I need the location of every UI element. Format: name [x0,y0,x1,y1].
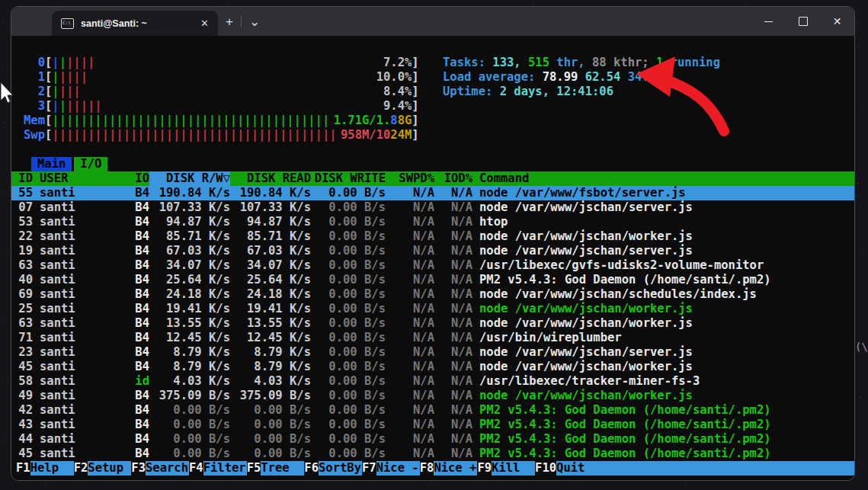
fkey-kill[interactable]: Kill [492,461,535,476]
process-row[interactable]: 22santiB485.71 K/s85.71 K/s0.00 B/sN/AN/… [11,229,854,244]
cell-swpd: N/A [386,316,434,331]
fkey-tree-key[interactable]: F5 [247,461,261,476]
column-header-write[interactable]: DISK WRITE [311,171,386,186]
cell-disk-read: 375.09 B/s [230,389,311,403]
fkey-filter[interactable]: Filter [203,461,247,476]
process-row[interactable]: 58santiid4.03 K/s4.03 K/s0.00 B/sN/AN/A/… [11,374,854,389]
fkey-nice-key[interactable]: F8 [420,461,434,476]
tab-close-icon[interactable]: ✕ [199,17,210,30]
cell-disk-read: 8.79 K/s [230,345,311,360]
meter-body: ||||||||||||||||||||||||||||||||||||||||… [52,128,412,143]
red-bars: |||||||||||||||||||||||||||||||||||||||| [52,128,336,142]
meter-close-bracket: ] [412,56,418,70]
process-row[interactable]: 19santiB467.03 K/s67.03 K/s0.00 B/sN/AN/… [11,244,854,258]
cell-user: santi [33,447,119,461]
meter-body: |||||||||||||||||||||||||||||||||||||||1… [52,114,412,128]
cell-disk-write: 0.00 B/s [311,360,386,374]
fkey-setup-key[interactable]: F2 [74,461,88,476]
cell-disk-rw: 0.00 B/s [149,432,230,447]
meter-close-bracket: ] [412,70,418,85]
fkey-sortby-key[interactable]: F6 [304,461,319,476]
tab-dropdown-button[interactable]: ⌄ [242,15,267,28]
cell-command: node /var/www/fsbot/server.js [472,186,854,200]
cell-disk-read: 25.64 K/s [230,273,311,287]
cell-user: santi [33,302,119,316]
cell-iod: N/A [434,258,472,273]
cell-iod: N/A [434,215,472,229]
process-row[interactable]: 45santiB40.00 B/s0.00 B/s0.00 B/sN/AN/AP… [11,447,854,461]
maximize-button[interactable] [786,7,820,36]
cell-id: 22 [16,229,33,244]
meter-mem: Mem[||||||||||||||||||||||||||||||||||||… [16,114,854,128]
minimize-button[interactable] [751,7,786,36]
new-tab-button[interactable]: + [218,15,241,28]
process-row[interactable]: 63santiB434.07 K/s34.07 K/s0.00 B/sN/AN/… [11,258,854,273]
fkey-nice[interactable]: Nice + [434,461,477,476]
fkey-nice[interactable]: Nice - [376,461,420,476]
cell-iod: N/A [434,229,472,244]
cell-disk-rw: 94.87 K/s [149,215,230,229]
cell-iod: N/A [434,432,472,447]
cell-user: santi [33,331,119,345]
cell-disk-write: 0.00 B/s [311,287,386,302]
terminal-tab[interactable]: santi@Santi: ~ ✕ [52,11,218,36]
cell-disk-read: 85.71 K/s [230,229,311,244]
process-row[interactable]: 45santiB48.79 K/s8.79 K/s0.00 B/sN/AN/An… [11,360,854,374]
cell-command: htop [472,215,854,229]
process-row[interactable]: 42santiB40.00 B/s0.00 B/s0.00 B/sN/AN/AP… [11,403,854,418]
process-row[interactable]: 25santiB419.41 K/s19.41 K/s0.00 B/sN/AN/… [11,302,854,316]
process-row[interactable]: 49santiB4375.09 B/s375.09 B/s0.00 B/sN/A… [11,389,854,403]
process-row[interactable]: 55santiB4190.84 K/s190.84 K/s0.00 B/sN/A… [11,186,854,200]
cell-disk-rw: 85.71 K/s [149,229,230,244]
blank-line [11,41,854,56]
meter-label: Mem [16,114,45,128]
cell-command: /usr/libexec/gvfs-udisks2-volume-monitor [472,258,854,273]
meter-open-bracket: [ [45,99,52,114]
cell-disk-rw: 0.00 B/s [149,403,230,418]
column-header-rw[interactable]: DISK R/W▽ [149,171,230,186]
column-header-id[interactable]: ID [16,171,33,186]
fkey-quit-key[interactable]: F10 [535,461,556,476]
process-row[interactable]: 40santiB425.64 K/s25.64 K/s0.00 B/sN/AN/… [11,273,854,287]
fkey-setup[interactable]: Setup [88,461,131,476]
process-row[interactable]: 71santiB412.45 K/s12.45 K/s0.00 B/sN/AN/… [11,331,854,345]
process-row[interactable]: 07santiB4107.33 K/s107.33 K/s0.00 B/sN/A… [11,200,854,215]
cell-swpd: N/A [386,287,434,302]
process-row[interactable]: 63santiB413.55 K/s13.55 K/s0.00 B/sN/AN/… [11,316,854,331]
htop-screen-tabs: MainI/O [11,157,854,171]
process-row[interactable]: 44santiB40.00 B/s0.00 B/s0.00 B/sN/AN/AP… [11,432,854,447]
fkey-search-key[interactable]: F3 [131,461,146,476]
close-button[interactable]: ✕ [820,7,854,36]
cell-user: santi [33,215,119,229]
column-header-io[interactable]: IO [119,171,149,186]
column-header-swpd[interactable]: SWPD% [386,171,434,186]
cell-disk-rw: 107.33 K/s [149,200,230,215]
cell-iod: N/A [434,331,472,345]
column-header-user[interactable]: USER [33,171,119,186]
fkey-help[interactable]: Help [30,461,74,476]
fkey-tree[interactable]: Tree [261,461,304,476]
fkey-sortby[interactable]: SortBy [319,461,362,476]
fkey-nice-key[interactable]: F7 [362,461,376,476]
process-row[interactable]: 69santiB424.18 K/s24.18 K/s0.00 B/sN/AN/… [11,287,854,302]
process-row[interactable]: 43santiB40.00 B/s0.00 B/s0.00 B/sN/AN/AP… [11,418,854,432]
screen-tab-io[interactable]: I/O [74,157,107,171]
fkey-kill-key[interactable]: F9 [477,461,492,476]
cell-disk-rw: 24.18 K/s [149,287,230,302]
fkey-help-key[interactable]: F1 [16,461,30,476]
fkey-quit[interactable]: Quit [556,461,854,476]
process-row[interactable]: 23santiB48.79 K/s8.79 K/s0.00 B/sN/AN/An… [11,345,854,360]
fkey-filter-key[interactable]: F4 [189,461,203,476]
cell-disk-write: 0.00 B/s [311,258,386,273]
process-row[interactable]: 53santiB494.87 K/s94.87 K/s0.00 B/sN/AN/… [11,215,854,229]
fkey-search[interactable]: Search [146,461,189,476]
meter-value: 8.4% [383,85,412,99]
cell-swpd: N/A [386,258,434,273]
column-header-iod[interactable]: IOD% [434,171,472,186]
column-header-read[interactable]: DISK READ [230,171,311,186]
cell-disk-read: 107.33 K/s [230,200,311,215]
screen-tab-main[interactable]: Main [31,157,72,171]
column-header-cmd[interactable]: Command [472,171,854,186]
meter-bars: ||||||| [52,99,383,114]
meter-label: Swp [16,128,45,143]
